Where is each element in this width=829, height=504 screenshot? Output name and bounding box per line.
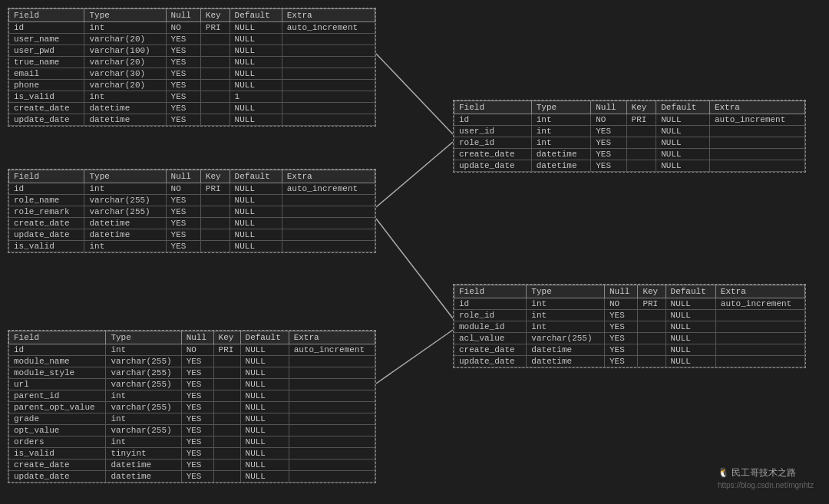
table-row: update_datedatetimeYESNULL [454,160,805,172]
table-cell [289,471,375,483]
table-cell: YES [591,126,626,137]
col-key: Key [626,101,656,114]
table-cell [289,367,375,379]
table-cell: YES [181,448,213,460]
table-row: role_idintYESNULL [454,310,805,321]
col-default: Default [240,331,289,344]
table-cell: auto_increment [282,183,375,195]
table-cell: orders [9,436,106,448]
table-row: is_validtinyintYESNULL [9,448,375,460]
table-cell: datetime [84,114,166,126]
table-cell: NULL [666,298,715,310]
table-cell: int [106,413,181,425]
table-cell: datetime [106,460,181,471]
col-field: Field [9,9,84,22]
table-cell [200,195,230,206]
table-cell: YES [181,379,213,390]
table-cell: YES [181,460,213,471]
table-row: acl_valuevarchar(255)YESNULL [454,333,805,344]
table-row: urlvarchar(255)YESNULL [9,379,375,390]
table-cell: auto_increment [709,114,804,126]
table-cell [282,68,375,80]
table-row: module_idintYESNULL [454,321,805,333]
table-cell: NULL [656,149,710,160]
table-cell: varchar(20) [84,57,166,68]
table-cell: create_date [454,344,527,356]
table-row: role_namevarchar(255)YESNULL [9,195,375,206]
table-cell: grade [9,413,106,425]
watermark-icon: 🐧 [718,467,729,478]
table-cell: NULL [656,114,710,126]
table-cell [715,333,804,344]
table-row: emailvarchar(30)YESNULL [9,68,375,80]
table-cell: NULL [666,356,715,367]
table-cell: int [106,390,181,402]
col-extra: Extra [282,170,375,183]
table-cell: NULL [240,356,289,367]
table-row: phonevarchar(20)YESNULL [9,80,375,91]
svg-line-0 [376,54,453,134]
table-cell [213,413,240,425]
table-role-acl: Field Type Null Key Default Extra idintN… [453,284,806,368]
col-null: Null [591,101,626,114]
table-cell [709,137,804,149]
table-row: idintNOPRINULLauto_increment [9,183,375,195]
table-cell [213,460,240,471]
table-cell [282,57,375,68]
col-null: Null [604,285,637,298]
table-cell [200,68,230,80]
table-cell [200,45,230,57]
table-cell [282,103,375,114]
table-cell: datetime [106,471,181,483]
table-cell: YES [166,34,200,45]
table-cell: update_date [9,229,84,241]
table-row: update_datedatetimeYESNULL [454,356,805,367]
table-cell: YES [591,137,626,149]
col-type: Type [527,285,605,298]
table-cell: url [9,379,106,390]
table-cell: YES [181,471,213,483]
table-cell: phone [9,80,84,91]
table-row: is_validintYESNULL [9,241,375,252]
table-cell: YES [166,68,200,80]
table-cell: int [531,114,590,126]
table-cell: update_date [9,114,84,126]
table-cell [200,229,230,241]
table-row: module_namevarchar(255)YESNULL [9,356,375,367]
table-cell: NULL [240,390,289,402]
col-field: Field [454,285,527,298]
table-cell: int [527,310,605,321]
col-key: Key [200,9,230,22]
table-cell [715,356,804,367]
table-cell: create_date [9,103,84,114]
watermark-text: 民工哥技术之路 [732,467,796,478]
table-cell: PRI [213,344,240,356]
col-type: Type [531,101,590,114]
table-cell: NULL [240,471,289,483]
table-cell: varchar(255) [106,367,181,379]
table-cell [200,218,230,229]
table-row: idintNOPRINULLauto_increment [9,22,375,34]
table-row: parent_opt_valuevarchar(255)YESNULL [9,402,375,413]
table-cell: 1 [230,91,282,103]
table-cell: NULL [666,344,715,356]
table-cell: NO [181,344,213,356]
table-cell: int [106,344,181,356]
table-cell [213,448,240,460]
table-modules: Field Type Null Key Default Extra idintN… [8,330,376,483]
table-cell [289,402,375,413]
table-cell: datetime [531,160,590,172]
table-cell [709,160,804,172]
table-row: create_datedatetimeYESNULL [9,103,375,114]
table-cell [200,80,230,91]
table-cell: module_style [9,367,106,379]
table-cell [282,91,375,103]
table-cell: NULL [230,80,282,91]
table-users: Field Type Null Key Default Extra idintN… [8,8,376,127]
table-cell: user_id [454,126,532,137]
table-cell: NULL [230,114,282,126]
table-cell: create_date [9,218,84,229]
table-cell: int [84,183,166,195]
svg-line-1 [376,142,453,207]
table-cell [213,436,240,448]
